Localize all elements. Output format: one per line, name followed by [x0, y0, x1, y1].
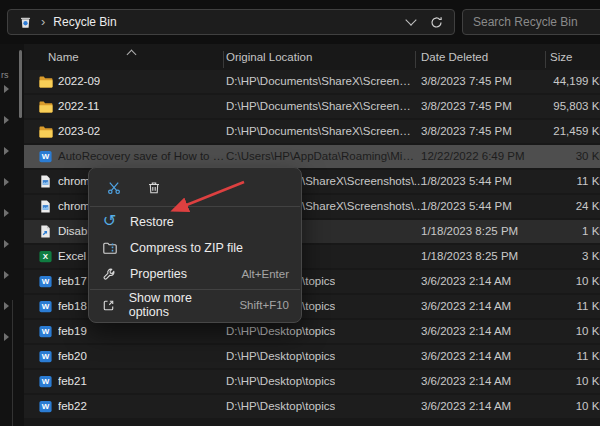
file-size: 44,199 KB — [512, 70, 600, 93]
menu-item-compress-to-zip-file[interactable]: Compress to ZIP file — [89, 235, 301, 261]
file-date-deleted: 3/6/2023 2:14 AM — [421, 295, 511, 318]
image-icon — [38, 199, 53, 214]
file-size: 30 KB — [512, 145, 600, 168]
nav-item-fragment: rs — [1, 70, 9, 80]
folder-icon — [38, 99, 54, 115]
column-header-size[interactable]: Size — [550, 51, 572, 63]
context-menu: ↺ Restore Compress to ZIP file Propertie… — [88, 167, 302, 323]
nav-scrollbar-thumb[interactable] — [19, 50, 22, 118]
word-icon: W — [38, 349, 53, 364]
column-divider[interactable] — [415, 51, 416, 68]
file-name: chrom — [58, 195, 90, 218]
search-input[interactable] — [463, 15, 600, 29]
nav-pane-edge: rs — [0, 44, 24, 426]
file-name: feb21 — [58, 370, 87, 393]
tree-expand-chevron-icon[interactable] — [4, 85, 9, 93]
table-row[interactable]: W feb19 D:\HP\Desktop\topics 3/6/2023 2:… — [24, 320, 600, 343]
file-date-deleted: 3/8/2023 7:45 PM — [421, 120, 512, 143]
tree-expand-chevron-icon[interactable] — [4, 147, 9, 155]
file-size: 10 KB — [512, 270, 600, 293]
file-date-deleted: 3/6/2023 2:14 AM — [421, 320, 511, 343]
file-original-location: \ShareX\Screenshots\... — [302, 170, 423, 193]
tree-expand-chevron-icon[interactable] — [4, 178, 9, 186]
file-name: chrom — [58, 170, 90, 193]
cut-button[interactable] — [101, 176, 127, 200]
excel-icon: X — [38, 249, 53, 264]
column-divider[interactable] — [223, 51, 224, 68]
file-name: feb19 — [58, 320, 87, 343]
table-row[interactable]: W feb21 D:\HP\Desktop\topics 3/6/2023 2:… — [24, 370, 600, 393]
file-size: 10 KB — [512, 370, 600, 393]
tree-expand-chevron-icon[interactable] — [4, 116, 9, 124]
cut-icon — [106, 180, 122, 196]
file-original-location: D:\HP\Documents\ShareX\Screenshots — [226, 95, 416, 118]
tree-expand-chevron-icon[interactable] — [4, 271, 9, 279]
file-original-location: D:\HP\Desktop\topics — [226, 370, 335, 393]
file-name: feb18 — [58, 295, 87, 318]
word-icon: W — [38, 324, 53, 339]
svg-text:W: W — [42, 277, 50, 286]
file-size: 11 KB — [512, 295, 600, 318]
file-size: 21,459 KB — [512, 120, 600, 143]
svg-text:W: W — [42, 352, 50, 361]
column-header-date-deleted[interactable]: Date Deleted — [421, 51, 488, 63]
tree-expand-chevron-icon[interactable] — [4, 302, 9, 310]
chevron-down-icon[interactable] — [405, 14, 416, 25]
word-icon: W — [38, 374, 53, 389]
table-row[interactable]: W feb22 D:\HP\Desktop\topics 3/6/2023 2:… — [24, 395, 600, 418]
address-bar[interactable]: › Recycle Bin — [7, 9, 455, 35]
tree-expand-chevron-icon[interactable] — [4, 333, 9, 341]
file-name: 2023-02 — [58, 120, 100, 143]
menu-item-show-more-options[interactable]: Show more options Shift+F10 — [89, 292, 301, 318]
zip-icon — [101, 240, 118, 256]
file-original-location: D:\HP\Desktop\topics — [226, 395, 335, 418]
file-date-deleted: 12/22/2022 6:49 PM — [421, 145, 525, 168]
word-icon: W — [38, 274, 53, 289]
menu-item-restore[interactable]: ↺ Restore — [89, 209, 301, 235]
toolbar: › Recycle Bin — [0, 0, 600, 44]
file-size: 10 KB — [512, 320, 600, 343]
file-date-deleted: 3/6/2023 2:14 AM — [421, 270, 511, 293]
file-size: 95,803 KB — [512, 95, 600, 118]
file-size: 3 KB — [512, 245, 600, 268]
tree-expand-chevron-icon[interactable] — [4, 209, 9, 217]
image-icon — [38, 174, 53, 189]
script-icon — [38, 224, 53, 239]
file-name: feb17 — [58, 270, 87, 293]
table-row[interactable]: W feb20 D:\HP\Desktop\topics 3/6/2023 2:… — [24, 345, 600, 368]
svg-text:W: W — [42, 302, 50, 311]
search-box — [462, 9, 600, 35]
menu-divider — [90, 289, 300, 290]
menu-item-shortcut: Shift+F10 — [239, 299, 289, 311]
breadcrumb[interactable]: Recycle Bin — [53, 15, 116, 29]
svg-text:X: X — [43, 252, 49, 261]
file-date-deleted: 1/18/2023 8:25 PM — [421, 220, 518, 243]
table-row[interactable]: 2023-02 D:\HP\Documents\ShareX\Screensho… — [24, 120, 600, 143]
table-row[interactable]: 2022-11 D:\HP\Documents\ShareX\Screensho… — [24, 95, 600, 118]
file-date-deleted: 3/6/2023 2:14 AM — [421, 395, 511, 418]
refresh-icon[interactable] — [429, 15, 444, 30]
column-header-name[interactable]: Name — [48, 51, 79, 63]
nav-pane-divider — [12, 300, 13, 426]
file-date-deleted: 3/8/2023 7:45 PM — [421, 95, 512, 118]
svg-text:W: W — [42, 152, 50, 161]
tree-expand-chevron-icon[interactable] — [4, 240, 9, 248]
column-header-original-location[interactable]: Original Location — [226, 51, 312, 63]
table-row[interactable]: 2022-09 D:\HP\Documents\ShareX\Screensho… — [24, 70, 600, 93]
file-name: 2022-09 — [58, 70, 100, 93]
recycle-bin-icon — [18, 15, 33, 30]
menu-item-properties[interactable]: Properties Alt+Enter — [89, 261, 301, 287]
show-more-icon — [101, 298, 117, 313]
column-divider[interactable] — [545, 51, 546, 68]
word-icon: W — [38, 399, 53, 414]
restore-icon: ↺ — [101, 215, 118, 229]
menu-divider — [90, 206, 300, 207]
delete-button[interactable] — [141, 176, 167, 200]
file-name: Excel — [58, 245, 86, 268]
table-row[interactable]: W AutoRecovery save of How to use ... C:… — [24, 145, 600, 168]
word-icon: W — [38, 149, 53, 164]
file-size: 10 KB — [512, 395, 600, 418]
file-original-location: D:\HP\Documents\ShareX\Screenshots — [226, 70, 416, 93]
file-name: feb20 — [58, 345, 87, 368]
properties-icon — [101, 267, 118, 282]
